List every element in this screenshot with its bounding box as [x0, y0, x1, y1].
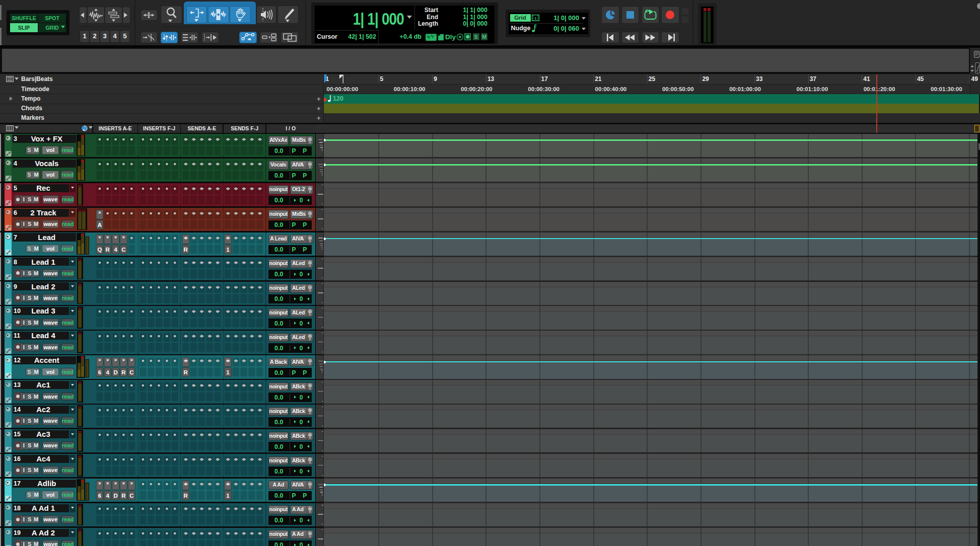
svg-text:C: C	[129, 492, 133, 498]
svg-text:R: R	[106, 246, 110, 252]
svg-text:1: 1	[226, 246, 230, 252]
svg-text:C: C	[121, 246, 125, 252]
svg-text:R: R	[184, 492, 188, 498]
svg-text:4: 4	[106, 492, 109, 498]
svg-text:R: R	[184, 369, 188, 375]
svg-text:1: 1	[226, 369, 230, 375]
svg-text:R: R	[184, 246, 188, 252]
svg-text:1: 1	[226, 492, 230, 498]
svg-text:R: R	[121, 369, 126, 375]
svg-text:6: 6	[98, 492, 101, 498]
svg-text:Q: Q	[97, 246, 102, 252]
svg-text:R: R	[121, 492, 126, 498]
svg-text:A: A	[98, 221, 102, 227]
svg-text:D: D	[113, 369, 117, 375]
svg-text:6: 6	[98, 369, 101, 375]
svg-text:4: 4	[106, 369, 109, 375]
svg-text:4: 4	[114, 246, 117, 252]
svg-text:1: 1	[534, 16, 537, 21]
svg-text:C: C	[129, 369, 133, 375]
svg-text:D: D	[113, 492, 117, 498]
